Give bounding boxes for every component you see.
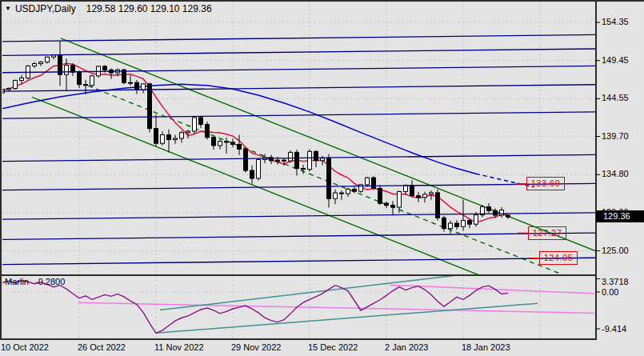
ma-fast-line xyxy=(2,63,508,222)
candle-body xyxy=(398,191,402,207)
candle-body xyxy=(161,135,165,144)
candle-body xyxy=(282,160,286,161)
candle-body xyxy=(199,118,203,125)
candle-body xyxy=(289,152,293,161)
support-resistance-line xyxy=(2,112,595,118)
candle-body xyxy=(385,203,389,206)
candle-body xyxy=(71,66,75,73)
candle-body xyxy=(244,149,248,170)
candle-body xyxy=(353,190,357,192)
indicator-name: Marlin xyxy=(5,277,29,286)
candle-body xyxy=(174,138,178,140)
candle-body xyxy=(302,169,306,170)
candle-body xyxy=(167,135,171,140)
indicator-pane[interactable] xyxy=(2,275,595,339)
candle-body xyxy=(14,80,18,88)
candle-body xyxy=(78,72,82,84)
candle-body xyxy=(455,223,459,226)
candle-body xyxy=(218,142,222,146)
candle-body xyxy=(468,221,472,225)
candle-body xyxy=(487,207,491,211)
candle-body xyxy=(308,151,312,169)
pane-separator[interactable] xyxy=(0,274,597,277)
candle-body xyxy=(474,215,478,225)
candle-body xyxy=(193,118,197,131)
candle-body xyxy=(506,215,510,217)
candle-body xyxy=(366,178,370,185)
candle-body xyxy=(90,76,94,86)
candle-body xyxy=(65,66,69,75)
candle-body xyxy=(39,62,43,64)
candle-body xyxy=(346,190,350,194)
trend-channel-line xyxy=(61,38,595,251)
candle-body xyxy=(340,193,344,194)
symbol-dropdown-icon[interactable]: ▼ xyxy=(5,6,11,12)
signal-line xyxy=(390,285,594,294)
chart-title: ▼ USDJPY,Daily 129.58 129.60 129.10 129.… xyxy=(5,3,212,14)
candle-body xyxy=(372,178,376,188)
signal-line xyxy=(78,302,594,313)
candle-body xyxy=(423,194,427,198)
candle-body xyxy=(225,142,229,142)
candle-body xyxy=(321,158,325,161)
candle-body xyxy=(257,159,261,178)
indicator-label: Marlin -0.2800 xyxy=(5,277,65,286)
candle-body xyxy=(410,186,414,196)
main-pane[interactable] xyxy=(0,2,595,288)
candle-body xyxy=(238,144,242,149)
target-price-box: 124.05 xyxy=(539,251,578,265)
candle-body xyxy=(103,66,107,70)
candle-body xyxy=(231,142,235,145)
candle-body xyxy=(295,152,299,168)
candle-body xyxy=(500,210,504,215)
current-price-box: 129.36 xyxy=(596,210,644,222)
candle-body xyxy=(449,223,453,229)
candle-body xyxy=(430,193,434,194)
candle-body xyxy=(142,84,146,90)
candle-body xyxy=(378,188,382,203)
candle-body xyxy=(154,129,158,144)
support-resistance-line xyxy=(2,233,595,239)
candle-body xyxy=(148,84,152,129)
candle-body xyxy=(391,206,395,207)
candle-body xyxy=(334,193,338,198)
candle-body xyxy=(129,82,133,83)
support-resistance-line xyxy=(2,49,595,55)
candle-body xyxy=(276,160,280,161)
candle-body xyxy=(327,158,331,198)
support-resistance-line xyxy=(2,34,595,41)
candle-body xyxy=(135,82,139,90)
support-resistance-line xyxy=(2,258,595,264)
target-price-box: 127.27 xyxy=(528,226,566,240)
candle-body xyxy=(46,57,50,62)
support-resistance-line xyxy=(2,66,595,72)
candle-body xyxy=(84,85,88,86)
candle-body xyxy=(20,78,24,80)
candle-body xyxy=(212,138,216,146)
candle-body xyxy=(417,196,421,198)
candle-body xyxy=(33,64,37,66)
indicator-value: -0.2800 xyxy=(35,277,65,286)
candle-body xyxy=(250,170,254,178)
support-resistance-line xyxy=(2,183,595,190)
candle-body xyxy=(462,221,466,227)
candle-body xyxy=(206,125,210,138)
target-price-box: 133.60 xyxy=(526,177,565,190)
candle-body xyxy=(314,151,318,160)
wedge-line xyxy=(160,275,458,310)
chart-window: ▼ USDJPY,Daily 129.58 129.60 129.10 129.… xyxy=(0,0,644,356)
candle-body xyxy=(404,186,408,192)
candle-body xyxy=(186,131,190,133)
candle-body xyxy=(180,133,184,138)
candle-body xyxy=(494,210,498,215)
symbol-timeframe-label: USDJPY,Daily xyxy=(15,3,76,14)
candle-body xyxy=(442,218,446,228)
ohlc-readout: 129.58 129.60 129.10 129.36 xyxy=(86,3,212,14)
candle-body xyxy=(7,89,11,90)
